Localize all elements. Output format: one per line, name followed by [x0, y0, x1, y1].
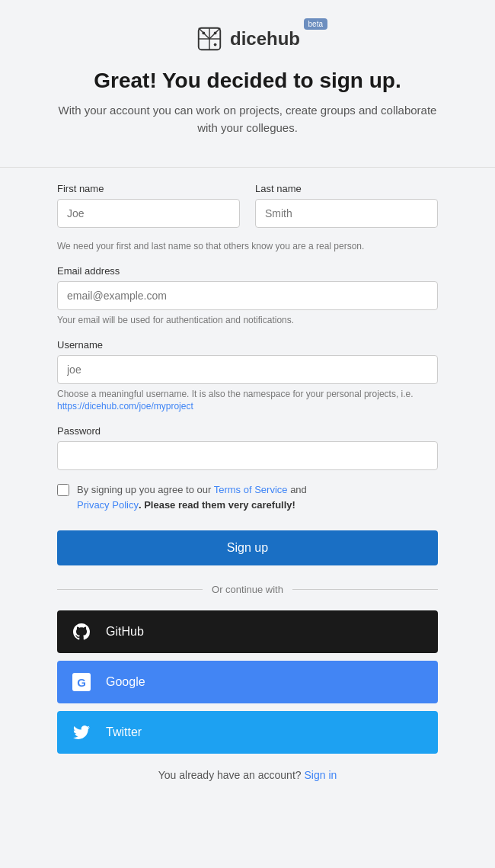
password-input[interactable] — [57, 441, 438, 470]
logo-area: dicehub beta — [195, 24, 300, 53]
logo-icon — [195, 24, 224, 53]
email-label: Email address — [57, 265, 438, 277]
svg-point-6 — [214, 32, 217, 35]
email-hint: Your email will be used for authenticati… — [57, 314, 438, 327]
github-label: GitHub — [106, 625, 144, 639]
username-hint-prefix: Choose a meaningful username. It is also… — [57, 389, 414, 399]
tos-checkbox[interactable] — [57, 484, 69, 496]
tos-suffix: . Please read them very carefully! — [139, 499, 295, 511]
tos-link[interactable]: Terms of Service — [214, 484, 288, 495]
password-group: Password — [57, 425, 438, 470]
tos-text: By signing up you agree to our Terms of … — [77, 482, 307, 512]
tos-middle: and — [288, 484, 307, 495]
last-name-group: Last name — [255, 183, 438, 228]
or-line-left — [57, 589, 203, 590]
or-text: Or continue with — [212, 584, 283, 595]
email-group: Email address Your email will be used fo… — [57, 265, 438, 327]
username-group: Username Choose a meaningful username. I… — [57, 339, 438, 414]
twitter-button[interactable]: Twitter — [57, 711, 438, 754]
signin-link[interactable]: Sign in — [304, 769, 337, 781]
signup-form: First name Last name We need your first … — [27, 183, 468, 804]
page-subtitle: With your account you can work on projec… — [50, 102, 446, 136]
first-name-input[interactable] — [57, 199, 240, 228]
svg-point-5 — [202, 32, 205, 35]
github-icon — [69, 620, 94, 644]
or-divider: Or continue with — [57, 584, 438, 595]
tos-prefix: By signing up you agree to our — [77, 484, 214, 495]
twitter-label: Twitter — [106, 725, 142, 739]
username-hint-link[interactable]: https://dicehub.com/joe/myproject — [57, 401, 193, 412]
beta-badge: beta — [304, 18, 327, 30]
username-input[interactable] — [57, 355, 438, 384]
first-name-group: First name — [57, 183, 240, 228]
or-line-right — [292, 589, 438, 590]
tos-row: By signing up you agree to our Terms of … — [57, 482, 438, 512]
email-input[interactable] — [57, 281, 438, 310]
signin-row: You already have an account? Sign in — [57, 769, 438, 781]
password-label: Password — [57, 425, 438, 437]
signin-text: You already have an account? — [158, 769, 302, 781]
last-name-label: Last name — [255, 183, 438, 194]
google-label: Google — [106, 675, 145, 689]
privacy-link[interactable]: Privacy Policy — [77, 499, 139, 511]
page-header: dicehub beta Great! You decided to sign … — [0, 0, 495, 152]
twitter-icon — [69, 720, 94, 745]
username-label: Username — [57, 339, 438, 351]
github-button[interactable]: GitHub — [57, 610, 438, 653]
username-hint: Choose a meaningful username. It is also… — [57, 388, 438, 414]
header-divider — [0, 167, 495, 168]
signup-button[interactable]: Sign up — [57, 530, 438, 565]
page-title: Great! You decided to sign up. — [94, 69, 401, 93]
google-button[interactable]: G Google — [57, 661, 438, 703]
svg-point-7 — [214, 43, 217, 46]
name-row: First name Last name — [57, 183, 438, 228]
google-icon: G — [69, 670, 94, 694]
first-name-label: First name — [57, 183, 240, 194]
last-name-input[interactable] — [255, 199, 438, 228]
logo-text: dicehub — [230, 28, 300, 50]
name-hint: We need your first and last name so that… — [57, 240, 438, 253]
